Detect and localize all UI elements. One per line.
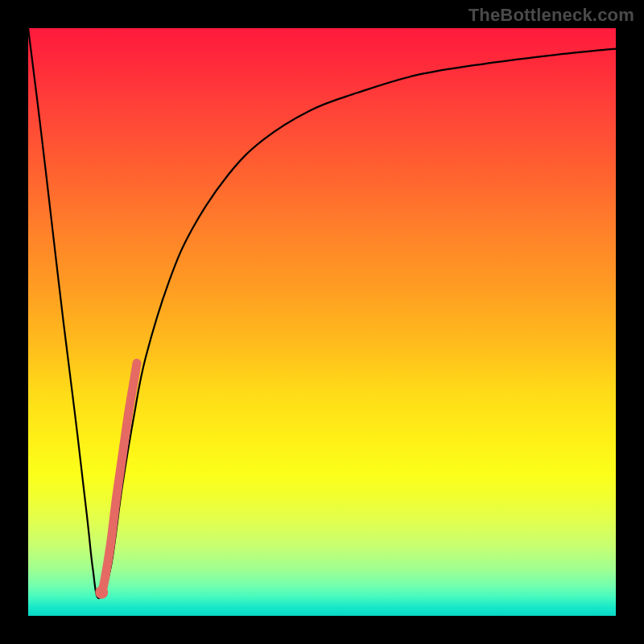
bottleneck-highlight-end [95, 586, 108, 599]
bottleneck-highlight-path [101, 363, 137, 592]
chart-frame: TheBottleneck.com [0, 0, 644, 644]
curve-layer [28, 28, 616, 616]
plot-area [28, 28, 616, 616]
watermark-text: TheBottleneck.com [469, 5, 634, 26]
